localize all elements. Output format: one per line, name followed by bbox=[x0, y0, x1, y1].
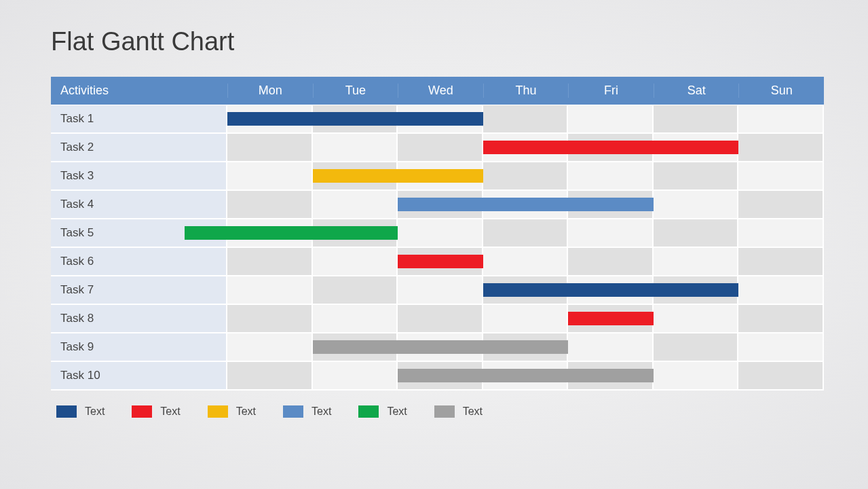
day-cell bbox=[227, 191, 313, 218]
gantt-row: Task 8 bbox=[51, 305, 824, 333]
gantt-row: Task 7 bbox=[51, 276, 824, 305]
legend-swatch bbox=[283, 405, 303, 418]
legend-swatch bbox=[132, 405, 152, 418]
day-cell bbox=[738, 248, 824, 275]
gantt-bar bbox=[398, 255, 483, 268]
day-cell bbox=[568, 248, 654, 275]
day-cells bbox=[227, 248, 824, 275]
gantt-bar bbox=[313, 169, 483, 183]
day-cells bbox=[227, 362, 824, 389]
day-cells bbox=[227, 305, 824, 332]
gantt-bar bbox=[483, 141, 739, 154]
gantt-bar bbox=[398, 369, 654, 382]
header-day-sun: Sun bbox=[738, 84, 824, 98]
day-cell bbox=[654, 105, 739, 132]
day-cell bbox=[483, 105, 569, 132]
day-cell bbox=[738, 333, 824, 361]
day-cells bbox=[227, 219, 824, 247]
day-cell bbox=[313, 305, 398, 332]
day-cell bbox=[313, 134, 398, 161]
day-cell bbox=[398, 219, 483, 247]
day-cell bbox=[738, 362, 824, 389]
day-cell bbox=[738, 276, 824, 304]
gantt-row: Task 10 bbox=[51, 362, 824, 391]
day-cell bbox=[654, 305, 739, 332]
legend-item: Text bbox=[208, 405, 256, 418]
gantt-bar bbox=[568, 312, 654, 325]
day-cell bbox=[313, 248, 398, 275]
legend-item: Text bbox=[358, 405, 407, 418]
day-cell bbox=[483, 219, 569, 247]
gantt-row: Task 6 bbox=[51, 248, 824, 276]
day-cell bbox=[654, 219, 739, 247]
day-cell bbox=[313, 191, 398, 218]
day-cell bbox=[227, 162, 313, 189]
day-cell bbox=[227, 305, 313, 332]
day-cell bbox=[313, 276, 398, 304]
gantt-bar bbox=[313, 340, 569, 354]
legend-item: Text bbox=[283, 405, 331, 418]
legend-item: Text bbox=[56, 405, 105, 418]
gantt-bar bbox=[483, 283, 739, 297]
task-label: Task 4 bbox=[51, 191, 227, 218]
day-cells bbox=[227, 276, 824, 304]
day-cell bbox=[227, 276, 313, 304]
day-cells bbox=[227, 134, 824, 161]
day-cell bbox=[568, 105, 654, 132]
header-day-wed: Wed bbox=[398, 84, 483, 98]
legend-swatch bbox=[56, 405, 77, 418]
day-cell bbox=[483, 305, 569, 332]
task-label: Task 9 bbox=[51, 333, 227, 361]
legend-swatch bbox=[208, 405, 228, 418]
legend-item: Text bbox=[434, 405, 483, 418]
gantt-row: Task 2 bbox=[51, 134, 824, 162]
day-cells bbox=[227, 333, 824, 361]
day-cell bbox=[568, 162, 654, 189]
gantt-body: Task 1Task 2Task 3Task 4Task 5Task 6Task… bbox=[51, 105, 824, 391]
gantt-bar bbox=[227, 112, 483, 126]
day-cells bbox=[227, 105, 824, 132]
task-label: Task 8 bbox=[51, 305, 227, 332]
legend-label: Text bbox=[463, 405, 483, 418]
legend-label: Text bbox=[160, 405, 180, 418]
gantt-row: Task 1 bbox=[51, 105, 824, 134]
gantt-row: Task 9 bbox=[51, 333, 824, 362]
task-label: Task 10 bbox=[51, 362, 227, 389]
day-cell bbox=[227, 134, 313, 161]
day-cells bbox=[227, 162, 824, 189]
day-cell bbox=[738, 162, 824, 189]
header-day-sat: Sat bbox=[654, 84, 739, 98]
header-day-tue: Tue bbox=[313, 84, 398, 98]
header-day-fri: Fri bbox=[568, 84, 654, 98]
day-cell bbox=[398, 276, 483, 304]
day-cell bbox=[398, 305, 483, 332]
page-title: Flat Gantt Chart bbox=[51, 27, 824, 56]
day-cell bbox=[654, 162, 739, 189]
day-cell bbox=[313, 362, 398, 389]
gantt-bar bbox=[185, 226, 398, 240]
day-cell bbox=[654, 248, 739, 275]
header-day-mon: Mon bbox=[227, 84, 313, 98]
day-cell bbox=[483, 162, 569, 189]
task-label: Task 3 bbox=[51, 162, 227, 189]
legend-label: Text bbox=[85, 405, 105, 418]
day-cell bbox=[654, 333, 739, 361]
day-cell bbox=[227, 248, 313, 275]
day-cell bbox=[398, 134, 483, 161]
legend-label: Text bbox=[236, 405, 256, 418]
task-label: Task 2 bbox=[51, 134, 227, 161]
task-label: Task 7 bbox=[51, 276, 227, 304]
header-activities: Activities bbox=[51, 84, 227, 98]
task-label: Task 1 bbox=[51, 105, 227, 132]
day-cell bbox=[738, 191, 824, 218]
legend: TextTextTextTextTextText bbox=[51, 405, 824, 418]
day-cell bbox=[738, 219, 824, 247]
gantt-bar bbox=[398, 198, 654, 211]
day-cell bbox=[738, 305, 824, 332]
day-cell bbox=[568, 333, 654, 361]
gantt-chart: Activities Mon Tue Wed Thu Fri Sat Sun T… bbox=[51, 77, 824, 391]
legend-swatch bbox=[358, 405, 379, 418]
task-label: Task 6 bbox=[51, 248, 227, 275]
gantt-row: Task 4 bbox=[51, 191, 824, 219]
legend-label: Text bbox=[387, 405, 407, 418]
